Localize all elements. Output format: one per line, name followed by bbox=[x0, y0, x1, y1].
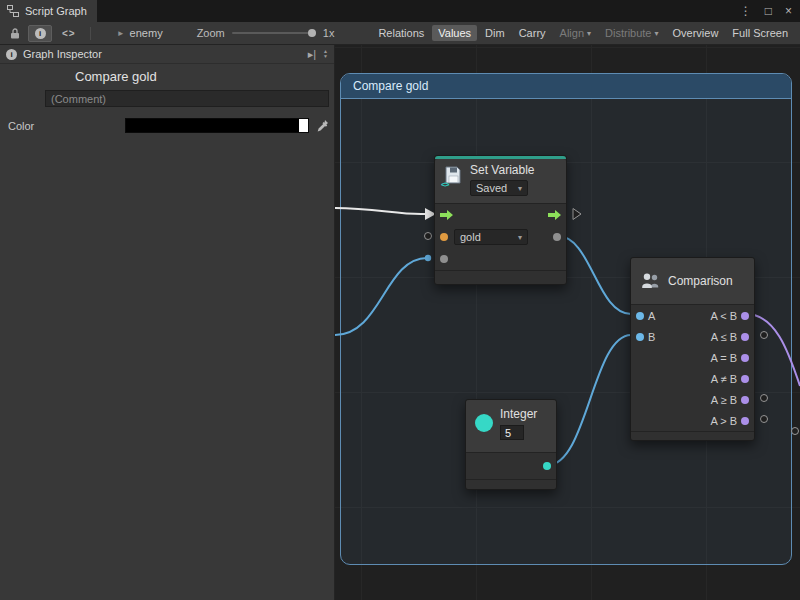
toolbar-separator bbox=[90, 27, 91, 40]
comparison-row: B A ≤ B bbox=[631, 326, 754, 347]
variable-name-port[interactable] bbox=[440, 233, 448, 241]
comparison-row: A ≠ B bbox=[631, 368, 754, 389]
integer-node[interactable]: Integer 5 bbox=[465, 399, 557, 490]
node-title: Set Variable bbox=[470, 163, 534, 177]
window-titlebar: Script Graph ⋮ □ × bbox=[0, 0, 800, 22]
output-label: A = B bbox=[710, 352, 737, 364]
comparison-row: A ≥ B bbox=[631, 389, 754, 410]
floppy-disk-icon: <> bbox=[443, 165, 463, 185]
variable-row: gold ▾ bbox=[435, 226, 566, 248]
toolbar-button-group: Relations Values Dim Carry Align▾ Distri… bbox=[370, 25, 794, 41]
comment-input[interactable] bbox=[45, 90, 329, 107]
tab-title: Script Graph bbox=[25, 5, 87, 17]
script-graph-icon bbox=[7, 5, 19, 17]
output-label: A > B bbox=[710, 415, 737, 427]
flow-row bbox=[435, 204, 566, 226]
node-footer bbox=[631, 431, 754, 440]
carry-button[interactable]: Carry bbox=[513, 25, 552, 41]
window-maximize-icon[interactable]: □ bbox=[765, 4, 772, 18]
flow-in-port[interactable] bbox=[439, 209, 454, 221]
chevron-down-icon: ▾ bbox=[518, 184, 522, 193]
pin-icon[interactable]: ▸| bbox=[308, 48, 316, 61]
output-label: A ≥ B bbox=[711, 394, 737, 406]
full-screen-button[interactable]: Full Screen bbox=[726, 25, 794, 41]
output-label: A < B bbox=[710, 310, 737, 322]
output-a-lt-b-port[interactable] bbox=[741, 312, 749, 320]
group-title: Compare gold bbox=[353, 79, 428, 93]
chevron-down-icon: ▾ bbox=[587, 29, 591, 38]
window-close-icon[interactable]: × bbox=[785, 4, 792, 18]
info-icon: i bbox=[35, 28, 46, 39]
graph-ref-arrow-icon: ► bbox=[117, 29, 125, 38]
spinner-down-icon[interactable]: ▼ bbox=[323, 54, 328, 59]
zoom-value: 1x bbox=[323, 27, 335, 39]
distribute-button[interactable]: Distribute▾ bbox=[599, 25, 664, 41]
tab-script-graph[interactable]: Script Graph bbox=[0, 0, 97, 22]
output-a-gt-b-port[interactable] bbox=[741, 417, 749, 425]
node-title: Integer bbox=[500, 407, 537, 421]
node-title: Comparison bbox=[668, 274, 733, 288]
graph-canvas[interactable]: Compare gold bbox=[335, 45, 800, 600]
eyedropper-icon[interactable] bbox=[314, 117, 330, 133]
integer-value-input[interactable]: 5 bbox=[500, 425, 524, 440]
overview-button[interactable]: Overview bbox=[667, 25, 725, 41]
inspector-header-title: Graph Inspector bbox=[23, 48, 102, 60]
zoom-label: Zoom bbox=[197, 27, 225, 39]
zoom-slider[interactable] bbox=[232, 26, 316, 40]
variable-name-value: gold bbox=[460, 231, 481, 243]
code-view-icon[interactable]: <> bbox=[62, 28, 76, 39]
flow-out-port[interactable] bbox=[547, 209, 562, 221]
comparison-node[interactable]: Comparison A A < B B A ≤ B A = B A ≠ B bbox=[630, 257, 755, 441]
group-header[interactable]: Compare gold bbox=[341, 74, 791, 99]
variable-kind-dropdown[interactable]: Saved ▾ bbox=[470, 180, 528, 196]
zoom-slider-knob[interactable] bbox=[308, 29, 316, 37]
scroll-spinner[interactable]: ▲ ▼ bbox=[323, 49, 328, 59]
graph-title: Compare gold bbox=[75, 69, 157, 84]
input-a-label: A bbox=[648, 310, 655, 322]
chevron-down-icon: ▾ bbox=[518, 233, 522, 242]
variable-select-dropdown[interactable]: gold ▾ bbox=[454, 229, 528, 245]
inspector-toggle-button[interactable]: i bbox=[28, 25, 52, 42]
variable-kind-value: Saved bbox=[476, 182, 507, 194]
dim-button[interactable]: Dim bbox=[479, 25, 511, 41]
output-a-eq-b-port[interactable] bbox=[741, 354, 749, 362]
output-a-lte-b-port[interactable] bbox=[741, 333, 749, 341]
graph-inspector-panel: i Graph Inspector ▸| ▲ ▼ Compare gold Co… bbox=[0, 45, 335, 600]
color-swatch[interactable] bbox=[125, 118, 309, 133]
graph-ref-label: enemy bbox=[130, 27, 163, 39]
value-out-port[interactable] bbox=[553, 233, 561, 241]
comparison-row: A > B bbox=[631, 410, 754, 431]
input-a-port[interactable] bbox=[636, 312, 644, 320]
zoom-slider-track bbox=[232, 32, 316, 34]
integer-out-port[interactable] bbox=[543, 462, 551, 470]
integer-output-row bbox=[466, 453, 556, 479]
info-icon: i bbox=[6, 49, 17, 60]
align-button[interactable]: Align▾ bbox=[554, 25, 597, 41]
output-label: A ≤ B bbox=[711, 331, 737, 343]
graph-toolbar: i <> ► enemy Zoom 1x Relations Values Di… bbox=[0, 22, 800, 45]
color-field-label: Color bbox=[8, 120, 34, 132]
comparison-icon bbox=[641, 272, 661, 290]
values-button[interactable]: Values bbox=[432, 25, 477, 41]
window-controls: ⋮ □ × bbox=[740, 0, 792, 22]
comparison-row: A = B bbox=[631, 347, 754, 368]
window-menu-icon[interactable]: ⋮ bbox=[740, 4, 752, 18]
node-footer bbox=[435, 270, 566, 284]
value-in-port[interactable] bbox=[440, 255, 448, 263]
integer-type-icon bbox=[475, 414, 493, 432]
node-footer bbox=[466, 479, 556, 489]
graph-inspector-header[interactable]: i Graph Inspector ▸| ▲ ▼ bbox=[0, 45, 334, 64]
set-variable-node[interactable]: <> Set Variable Saved ▾ bbox=[434, 155, 567, 285]
relations-button[interactable]: Relations bbox=[372, 25, 430, 41]
lock-icon[interactable] bbox=[9, 27, 21, 40]
right-edge-ext-port[interactable] bbox=[792, 428, 799, 435]
output-a-neq-b-port[interactable] bbox=[741, 375, 749, 383]
output-a-gte-b-port[interactable] bbox=[741, 396, 749, 404]
chevron-down-icon: ▾ bbox=[655, 29, 659, 38]
output-label: A ≠ B bbox=[711, 373, 737, 385]
input-b-label: B bbox=[648, 331, 655, 343]
input-b-port[interactable] bbox=[636, 333, 644, 341]
graph-reference-breadcrumb[interactable]: ► enemy bbox=[117, 27, 163, 39]
value-in-row bbox=[435, 248, 566, 270]
comparison-row: A A < B bbox=[631, 305, 754, 326]
